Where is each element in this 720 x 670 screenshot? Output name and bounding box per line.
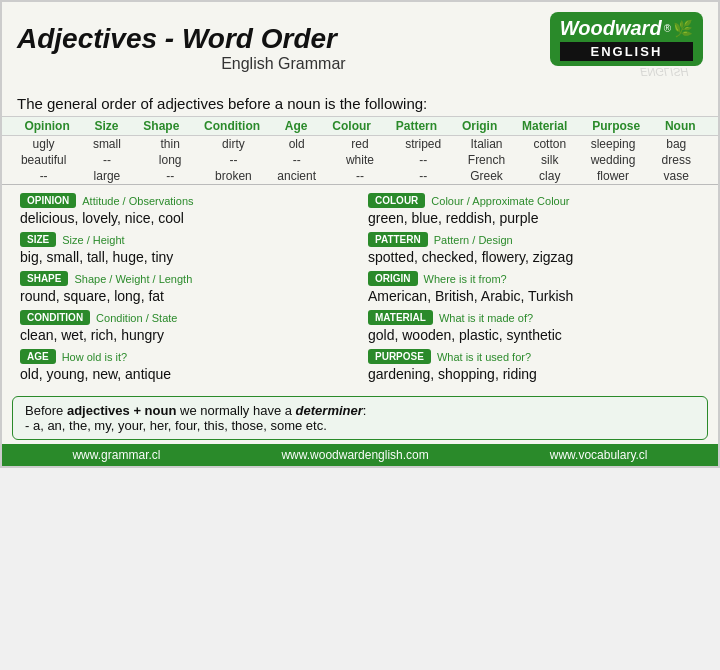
cat-header-opinion: OPINIONAttitude / Observations [20,193,352,208]
table-cell: -- [206,152,261,168]
categories-grid: OPINIONAttitude / Observationsdelicious,… [2,184,718,392]
table-cell: French [459,152,514,168]
main-container: Adjectives - Word Order English Grammar … [0,0,720,468]
table-cell: Italian [459,136,514,152]
table-cell: -- [332,168,387,184]
cat-subtext-purpose: What is it used for? [437,351,531,363]
order-col-condition: Condition [204,119,260,133]
table-cell: -- [143,168,198,184]
cat-subtext-origin: Where is it from? [424,273,507,285]
note-italic1: determiner [296,403,363,418]
table-cell: small [79,136,134,152]
cat-examples-material: gold, wooden, plastic, synthetic [368,327,700,343]
note-line2: - a, an, the, my, your, her, four, this,… [25,418,327,433]
category-item-pattern: PATTERNPattern / Designspotted, checked,… [360,230,708,269]
cat-header-shape: SHAPEShape / Weight / Length [20,271,352,286]
table-cell: white [332,152,387,168]
cat-badge-purpose: PURPOSE [368,349,431,364]
order-col-size: Size [95,119,119,133]
cat-subtext-colour: Colour / Approximate Colour [431,195,569,207]
table-cell: -- [16,168,71,184]
table-cell: silk [522,152,577,168]
cat-badge-opinion: OPINION [20,193,76,208]
table-cell: large [79,168,134,184]
cat-subtext-material: What is it made of? [439,312,533,324]
note-text-before: Before [25,403,67,418]
table-data-rows: uglysmallthindirtyoldredstripedItalianco… [2,136,718,184]
table-row-2: --large--brokenancient----Greekclayflowe… [12,168,708,184]
cat-header-size: SIZESize / Height [20,232,352,247]
cat-badge-shape: SHAPE [20,271,68,286]
cat-header-age: AGEHow old is it? [20,349,352,364]
table-cell: dress [649,152,704,168]
order-col-colour: Colour [332,119,371,133]
logo-woodward: Woodward [560,17,662,40]
order-col-purpose: Purpose [592,119,640,133]
cat-badge-pattern: PATTERN [368,232,428,247]
category-item-shape: SHAPEShape / Weight / Lengthround, squar… [12,269,360,308]
cat-badge-age: AGE [20,349,56,364]
table-cell: striped [396,136,451,152]
table-cell: clay [522,168,577,184]
category-item-origin: ORIGINWhere is it from?American, British… [360,269,708,308]
table-row-1: beautiful--long----white--Frenchsilkwedd… [12,152,708,168]
cat-examples-purpose: gardening, shopping, riding [368,366,700,382]
cat-badge-colour: COLOUR [368,193,425,208]
category-item-colour: COLOURColour / Approximate Colourgreen, … [360,191,708,230]
table-cell: bag [649,136,704,152]
cat-header-origin: ORIGINWhere is it from? [368,271,700,286]
cat-subtext-opinion: Attitude / Observations [82,195,193,207]
footer: www.grammar.clwww.woodwardenglish.comwww… [2,444,718,466]
table-cell: cotton [522,136,577,152]
logo-block: Woodward ® 🌿 ENGLISH [550,12,703,66]
order-col-opinion: Opinion [24,119,69,133]
table-cell: sleeping [586,136,641,152]
table-cell: red [332,136,387,152]
order-col-origin: Origin [462,119,497,133]
table-cell: broken [206,168,261,184]
category-item-size: SIZESize / Heightbig, small, tall, huge,… [12,230,360,269]
title-block: Adjectives - Word Order English Grammar [17,23,550,73]
category-item-condition: CONDITIONCondition / Stateclean, wet, ri… [12,308,360,347]
table-cell: beautiful [16,152,71,168]
cat-badge-size: SIZE [20,232,56,247]
category-item-opinion: OPINIONAttitude / Observationsdelicious,… [12,191,360,230]
cat-examples-condition: clean, wet, rich, hungry [20,327,352,343]
logo-registered: ® [664,23,671,34]
table-cell: old [269,136,324,152]
table-cell: -- [396,168,451,184]
cat-header-purpose: PURPOSEWhat is it used for? [368,349,700,364]
bottom-note: Before adjectives + noun we normally hav… [12,396,708,440]
cat-examples-age: old, young, new, antique [20,366,352,382]
footer-link-2[interactable]: www.vocabulary.cl [550,448,648,462]
table-cell: ancient [269,168,324,184]
table-cell: ugly [16,136,71,152]
logo-english: ENGLISH [560,42,693,61]
header: Adjectives - Word Order English Grammar … [2,2,718,89]
footer-link-1[interactable]: www.woodwardenglish.com [281,448,428,462]
footer-link-0[interactable]: www.grammar.cl [72,448,160,462]
reflection-text: ENGLISH [640,66,688,78]
cat-subtext-condition: Condition / State [96,312,177,324]
order-col-age: Age [285,119,308,133]
order-col-shape: Shape [143,119,179,133]
table-cell: long [143,152,198,168]
cat-subtext-shape: Shape / Weight / Length [74,273,192,285]
note-colon: : [363,403,367,418]
cat-header-material: MATERIALWhat is it made of? [368,310,700,325]
table-cell: dirty [206,136,261,152]
sub-title: English Grammar [17,55,550,73]
category-item-age: AGEHow old is it?old, young, new, antiqu… [12,347,360,386]
cat-header-pattern: PATTERNPattern / Design [368,232,700,247]
category-item-purpose: PURPOSEWhat is it used for?gardening, sh… [360,347,708,386]
main-title: Adjectives - Word Order [17,23,550,55]
cat-examples-opinion: delicious, lovely, nice, cool [20,210,352,226]
order-col-pattern: Pattern [396,119,437,133]
order-header-row: OpinionSizeShapeConditionAgeColourPatter… [2,116,718,136]
table-cell: -- [269,152,324,168]
logo-leaf-icon: 🌿 [673,19,693,38]
table-cell: vase [649,168,704,184]
cat-subtext-age: How old is it? [62,351,127,363]
table-cell: flower [586,168,641,184]
cat-badge-condition: CONDITION [20,310,90,325]
